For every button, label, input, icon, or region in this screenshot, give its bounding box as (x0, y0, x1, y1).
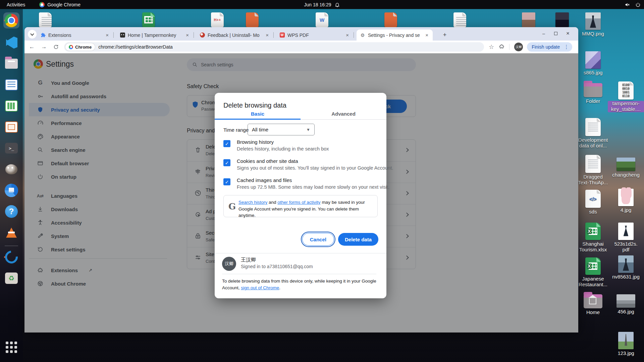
browser-menu-icon[interactable]: ⋮ (562, 44, 570, 50)
checkbox-checked[interactable]: ✓ (223, 140, 230, 147)
dock: >_ ? ♻ (0, 9, 23, 362)
account-avatar: 汉卿 (222, 257, 236, 271)
desktop-icon-partial[interactable] (39, 12, 52, 28)
desktop-icon[interactable]: 456.jpg (608, 294, 644, 315)
vscode-icon[interactable] (3, 35, 19, 51)
desktop-icon-partial[interactable]: W (316, 12, 329, 28)
extensions-puzzle-icon (40, 33, 46, 38)
back-icon[interactable]: ← (27, 42, 37, 52)
image-thumbnail (585, 51, 601, 69)
system-tray[interactable] (625, 2, 641, 7)
desktop-icon[interactable]: Home (575, 294, 611, 315)
time-range-label: Time range (223, 127, 249, 133)
close-tab-icon[interactable]: × (345, 32, 350, 38)
dropdown-arrow-icon: ▼ (306, 127, 310, 132)
desktop-icon[interactable]: Development data of onl... (575, 118, 611, 149)
tampermonkey-icon (120, 33, 125, 38)
desktop-icon[interactable]: Dragged Text-ThuAp... (575, 155, 611, 186)
desktop-icon-partial[interactable] (142, 12, 156, 28)
desktop-icon-partial[interactable] (555, 12, 569, 28)
desktop-icon[interactable]: X Japanese Restaurant... (575, 257, 611, 288)
dock-divider (5, 246, 18, 246)
profile-avatar[interactable]: 汉卿 (514, 43, 523, 51)
tab-search-chevron-button[interactable] (28, 30, 37, 39)
account-email: Signed in to a738110651@qq.com (241, 264, 313, 269)
binary-file-icon: 0100 0010 1001 0110 (618, 81, 634, 100)
desktop-icon[interactable]: 523s1d2s. pdf (608, 223, 644, 253)
desktop-icon[interactable]: </> sds (575, 190, 611, 215)
other-forms-link[interactable]: other forms of activity (277, 200, 320, 205)
account-section: 汉卿 王汉卿 Signed in to a738110651@qq.com (215, 253, 386, 274)
new-tab-button[interactable]: + (440, 31, 449, 39)
desktop-icon[interactable]: changcheng (608, 158, 644, 178)
desktop-icon[interactable]: s865.jpg (575, 51, 611, 76)
vlc-icon[interactable] (3, 225, 19, 241)
address-bar[interactable]: Chrome chrome://settings/clearBrowserDat… (64, 42, 484, 52)
dialog-title: Delete browsing data (223, 102, 286, 109)
clock-button[interactable]: Jun 18 16:29 (304, 2, 340, 7)
dialog-footer: To delete browsing data from this device… (222, 274, 376, 292)
bookmark-star-icon[interactable]: ☆ (489, 43, 494, 51)
libreoffice-impress-icon[interactable] (3, 119, 19, 135)
boxes-icon[interactable] (3, 182, 19, 198)
desktop-icon[interactable]: 123.jpg (608, 332, 644, 356)
tab-tampermonkey-home[interactable]: Home | Tampermonkey × (116, 29, 193, 41)
files-icon[interactable] (3, 56, 19, 72)
libreoffice-writer-icon[interactable] (3, 77, 19, 93)
desktop-icon-partial[interactable] (522, 12, 535, 28)
checkbox-checked[interactable]: ✓ (223, 159, 230, 166)
trash-icon[interactable]: ♻ (3, 270, 19, 286)
sign-out-link[interactable]: sign out of Chrome (241, 285, 279, 290)
desktop: H++ W MMQ.png s865.jpg Folder 0100 0010 … (0, 0, 644, 362)
image-thumbnail (618, 255, 634, 273)
terminal-icon[interactable]: >_ (3, 140, 19, 156)
close-tab-icon[interactable]: × (185, 32, 190, 38)
gimp-icon[interactable] (3, 161, 19, 177)
image-thumbnail (618, 332, 634, 349)
code-file-icon: </> (585, 190, 601, 208)
tab-extensions[interactable]: Extensions × (37, 29, 113, 41)
desktop-icon[interactable]: Folder (575, 83, 611, 104)
tab-settings-active[interactable]: ⚙ Settings - Privacy and se × (357, 29, 433, 41)
close-tab-icon[interactable]: × (105, 32, 110, 38)
cancel-button[interactable]: Cancel (302, 233, 334, 246)
extensions-icon[interactable] (499, 44, 504, 51)
image-thumbnail (585, 12, 601, 30)
search-history-link[interactable]: Search history (238, 200, 267, 205)
google-chrome-icon[interactable] (3, 12, 19, 28)
desktop-icon-partial[interactable] (453, 12, 467, 28)
desktop-icon-selected[interactable]: 0100 0010 1001 0110 tampermon- key_stabl… (608, 81, 644, 112)
text-file-icon (585, 155, 601, 173)
text-file-icon (585, 118, 601, 136)
reload-icon[interactable] (51, 42, 61, 52)
activities-button[interactable]: Activities (5, 1, 27, 8)
focused-app-menu[interactable]: Google Chrome (39, 2, 80, 7)
checkbox-checked[interactable]: ✓ (223, 178, 230, 185)
software-updater-icon[interactable] (3, 249, 19, 265)
tab-feedback[interactable]: Feedback | Uninstall- Mo × (196, 29, 273, 41)
close-tab-icon[interactable]: × (424, 32, 429, 38)
close-tab-icon[interactable]: × (265, 32, 270, 38)
desktop-icon-partial[interactable]: H++ (211, 12, 224, 28)
tab-basic[interactable]: Basic (215, 109, 301, 120)
help-icon[interactable]: ? (3, 203, 19, 220)
tab-wps-pdf[interactable]: W WPS PDF × (276, 29, 353, 41)
finish-update-button[interactable]: Finish update ⋮ (527, 42, 572, 52)
desktop-icon[interactable]: nv85631.jpg (608, 255, 644, 280)
desktop-icon[interactable]: 4.jpg (608, 189, 644, 213)
tab-advanced[interactable]: Advanced (301, 109, 386, 120)
time-range-select[interactable]: All time ▼ (248, 124, 315, 135)
desktop-icon-partial[interactable] (246, 12, 259, 28)
desktop-icon[interactable]: MMQ.png (575, 12, 611, 37)
maximize-button[interactable] (552, 30, 559, 37)
delete-data-button[interactable]: Delete data (338, 233, 378, 246)
dialog-tabs: Basic Advanced (215, 109, 386, 120)
chrome-site-chip[interactable]: Chrome (65, 43, 95, 51)
app-grid-icon[interactable] (3, 339, 19, 355)
close-window-button[interactable]: × (564, 30, 572, 37)
libreoffice-calc-icon[interactable] (3, 98, 19, 114)
forward-icon[interactable]: → (39, 42, 49, 52)
desktop-icon-partial[interactable] (384, 12, 398, 28)
desktop-icon[interactable]: X Shanghai Tourism.xlsx (575, 223, 611, 253)
minimize-button[interactable]: – (540, 30, 547, 37)
